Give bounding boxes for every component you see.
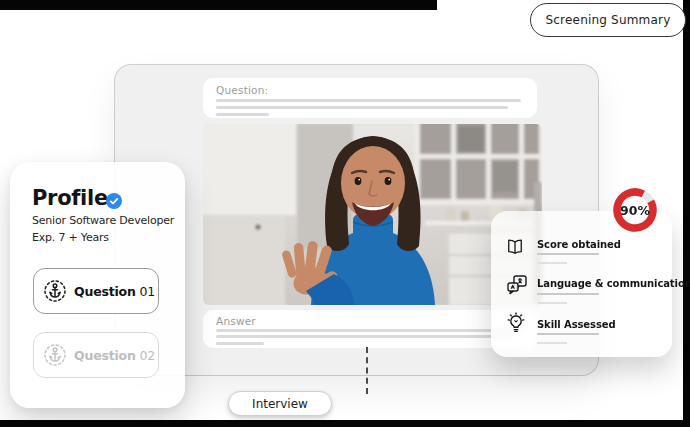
question-button-number: 01 xyxy=(139,284,155,299)
screening-summary-label: Screening Summary xyxy=(545,13,670,27)
question-button-label: Question xyxy=(74,348,136,363)
score-badge: 90% xyxy=(611,186,659,234)
question-button-label: Question xyxy=(74,284,136,299)
book-icon xyxy=(505,237,525,257)
answer-panel: Answer xyxy=(203,310,537,348)
skeleton-line xyxy=(216,106,508,109)
question-button-number: 02 xyxy=(139,348,155,363)
divider xyxy=(537,333,599,335)
question-02-button[interactable]: Question 02 xyxy=(33,332,159,378)
profile-title: Profile xyxy=(32,186,108,210)
bottom-edge-bar xyxy=(0,420,690,427)
verified-check-icon xyxy=(106,193,122,209)
divider xyxy=(537,253,599,255)
profile-subtitle: Senior Software Developer xyxy=(32,214,174,227)
question-panel: Question: xyxy=(203,78,537,118)
divider xyxy=(537,262,567,264)
score-value: 90% xyxy=(620,203,650,218)
skeleton-line xyxy=(216,113,269,116)
dotted-connector xyxy=(366,347,368,394)
top-edge-bar xyxy=(0,0,437,10)
divider xyxy=(537,302,567,304)
screening-summary-page: Screening Summary Question: xyxy=(0,0,690,427)
question-label: Question: xyxy=(216,84,268,96)
summary-item-label: Language & communication xyxy=(537,278,690,289)
skeleton-line xyxy=(216,342,264,345)
anchor-dial-icon xyxy=(43,279,67,303)
divider xyxy=(537,342,567,344)
skeleton-line xyxy=(216,335,513,338)
profile-card: Profile Senior Software Developer Exp. 7… xyxy=(10,162,185,408)
interview-pill[interactable]: Interview xyxy=(228,391,332,416)
interview-label: Interview xyxy=(252,397,308,411)
bulb-icon xyxy=(505,312,527,334)
skeleton-line xyxy=(216,329,524,332)
answer-label: Answer xyxy=(216,315,256,327)
skeleton-line xyxy=(216,99,521,102)
divider xyxy=(537,293,599,295)
profile-experience: Exp. 7 + Years xyxy=(32,231,109,244)
summary-item-label: Skill Assessed xyxy=(537,319,616,330)
screening-summary-pill[interactable]: Screening Summary xyxy=(530,3,686,37)
question-01-button[interactable]: Question 01 xyxy=(33,268,159,314)
anchor-dial-icon xyxy=(43,343,67,367)
summary-item-label: Score obtained xyxy=(537,239,621,250)
right-edge-bar xyxy=(683,0,690,427)
language-icon xyxy=(505,273,529,297)
